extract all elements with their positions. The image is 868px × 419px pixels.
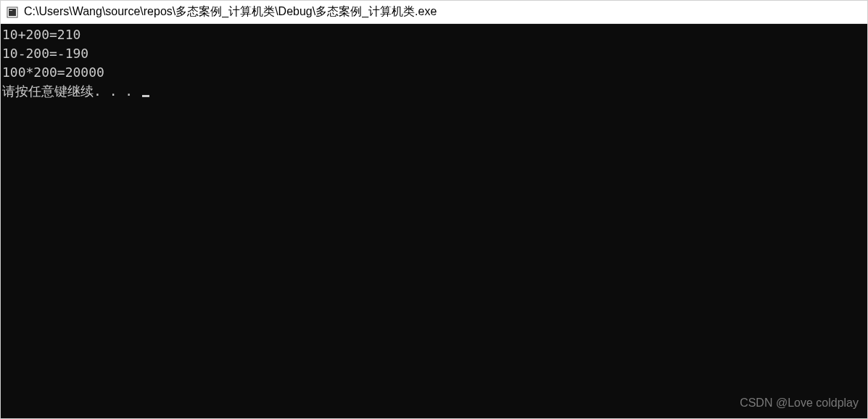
watermark-text: CSDN @Love coldplay (740, 394, 859, 412)
console-line: 10+200=210 (1, 25, 867, 44)
window-title: C:\Users\Wang\source\repos\多态案例_计算机类\Deb… (24, 4, 437, 20)
console-line: 10-200=-190 (1, 44, 867, 63)
console-window: C:\Users\Wang\source\repos\多态案例_计算机类\Deb… (0, 0, 868, 419)
prompt-text: 请按任意键继续. . . (2, 83, 141, 99)
title-bar[interactable]: C:\Users\Wang\source\repos\多态案例_计算机类\Deb… (1, 1, 867, 24)
cursor-icon (142, 95, 149, 97)
console-line: 100*200=20000 (1, 63, 867, 82)
console-output[interactable]: 10+200=210 10-200=-190 100*200=20000 请按任… (1, 24, 867, 418)
app-icon (7, 7, 18, 18)
console-line: 请按任意键继续. . . (1, 82, 867, 101)
svg-rect-2 (9, 10, 12, 11)
svg-rect-1 (9, 9, 16, 16)
